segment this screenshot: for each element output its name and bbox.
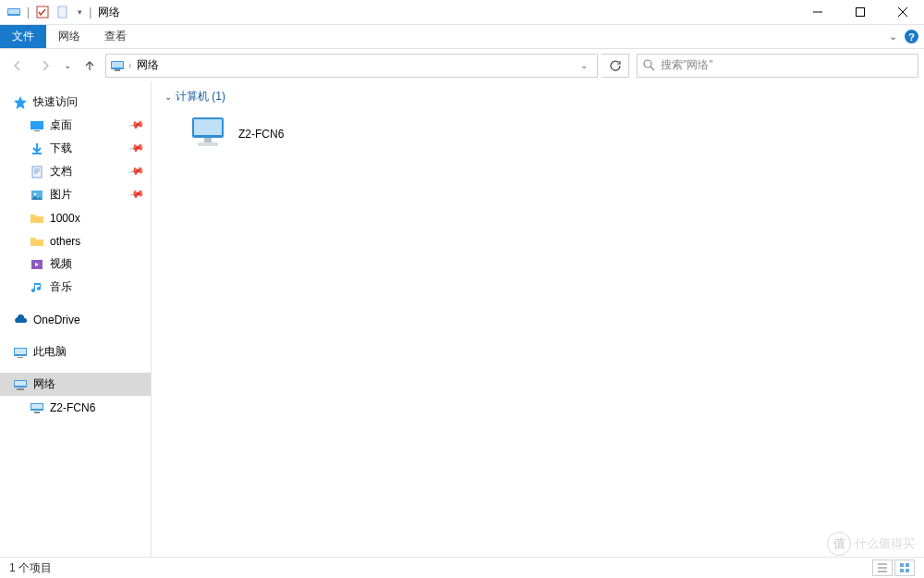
- svg-rect-16: [15, 349, 26, 354]
- svg-rect-29: [906, 563, 909, 567]
- svg-rect-27: [198, 142, 218, 146]
- breadcrumb-separator: ›: [128, 60, 131, 70]
- address-dropdown-icon[interactable]: ⌄: [575, 60, 593, 70]
- svg-rect-3: [58, 6, 67, 18]
- svg-rect-11: [32, 166, 42, 178]
- svg-rect-7: [115, 69, 120, 71]
- pin-icon: 📌: [128, 117, 146, 134]
- svg-rect-4: [857, 8, 865, 17]
- sidebar-network[interactable]: 网络: [0, 373, 151, 396]
- svg-point-13: [34, 192, 37, 195]
- search-placeholder: 搜索"网络": [661, 57, 713, 73]
- status-item-count: 1 个项目: [9, 560, 52, 576]
- sidebar-item-folder-1000x[interactable]: 1000x: [0, 206, 151, 229]
- nav-recent-dropdown[interactable]: ⌄: [61, 54, 74, 78]
- nav-up-button[interactable]: [78, 54, 102, 78]
- qat-properties-icon[interactable]: [32, 2, 53, 22]
- folder-icon: [30, 234, 44, 249]
- sidebar-item-label: OneDrive: [33, 314, 80, 326]
- svg-rect-1: [8, 9, 19, 14]
- view-details-button[interactable]: [872, 560, 893, 576]
- sidebar-item-label: 下载: [50, 141, 72, 156]
- svg-point-8: [644, 60, 651, 68]
- qat-separator: |: [27, 6, 30, 18]
- svg-rect-30: [900, 569, 904, 572]
- svg-rect-17: [18, 357, 23, 358]
- sidebar-item-documents[interactable]: 文档 📌: [0, 160, 151, 183]
- folder-icon: [30, 211, 44, 226]
- sidebar-item-folder-others[interactable]: others: [0, 229, 151, 252]
- close-button[interactable]: [881, 0, 924, 25]
- sidebar-item-label: 文档: [50, 164, 72, 179]
- nav-forward-button[interactable]: [33, 54, 57, 78]
- svg-rect-31: [906, 569, 909, 572]
- qat-separator-2: |: [89, 6, 91, 18]
- ribbon-expand-icon[interactable]: ⌄: [889, 31, 897, 43]
- content-pane: ⌄ 计算机 (1) Z2-FCN6: [152, 81, 924, 557]
- sidebar-item-pictures[interactable]: 图片 📌: [0, 183, 151, 206]
- network-icon: [13, 377, 28, 392]
- chevron-down-icon: ⌄: [164, 92, 172, 102]
- sidebar-this-pc[interactable]: 此电脑: [0, 340, 151, 363]
- pin-icon: 📌: [128, 186, 146, 203]
- sidebar-quick-access[interactable]: 快速访问: [0, 91, 151, 114]
- navigation-pane: 快速访问 桌面 📌 下载 📌 文档 📌 图片 📌 1000x ot: [0, 81, 152, 557]
- computer-item-label: Z2-FCN6: [238, 128, 284, 141]
- svg-rect-25: [194, 119, 222, 135]
- sidebar-item-label: Z2-FCN6: [50, 401, 95, 414]
- sidebar-item-label: 音乐: [50, 279, 72, 295]
- group-header-computers[interactable]: ⌄ 计算机 (1): [164, 89, 911, 105]
- sidebar-item-desktop[interactable]: 桌面 📌: [0, 114, 151, 137]
- sidebar-item-label: 图片: [50, 187, 72, 203]
- videos-icon: [30, 257, 44, 272]
- nav-back-button[interactable]: [6, 54, 30, 78]
- breadcrumb-network[interactable]: 网络: [135, 57, 161, 73]
- sidebar-item-label: others: [50, 235, 80, 248]
- computer-icon: [30, 400, 44, 415]
- sidebar-item-videos[interactable]: 视频: [0, 252, 151, 276]
- computer-item[interactable]: Z2-FCN6: [187, 112, 390, 156]
- sidebar-network-computer[interactable]: Z2-FCN6: [0, 396, 151, 419]
- ribbon-tab-network[interactable]: 网络: [46, 25, 92, 48]
- search-input[interactable]: 搜索"网络": [637, 54, 918, 78]
- music-icon: [30, 280, 44, 295]
- pin-icon: 📌: [128, 140, 146, 157]
- group-header-label: 计算机 (1): [176, 89, 225, 105]
- qat-dropdown-icon[interactable]: ▾: [73, 2, 86, 22]
- help-icon[interactable]: ?: [905, 30, 918, 43]
- qat-new-icon[interactable]: [53, 2, 73, 22]
- svg-rect-6: [112, 62, 123, 68]
- sidebar-item-label: 桌面: [50, 117, 72, 133]
- onedrive-icon: [13, 313, 28, 327]
- maximize-button[interactable]: [839, 0, 881, 25]
- minimize-button[interactable]: [796, 0, 839, 25]
- sidebar-item-music[interactable]: 音乐: [0, 276, 151, 299]
- pin-icon: 📌: [128, 163, 146, 180]
- sidebar-item-label: 网络: [33, 376, 55, 392]
- svg-rect-10: [34, 130, 40, 131]
- app-icon: [4, 2, 24, 22]
- ribbon-tab-file[interactable]: 文件: [0, 25, 46, 48]
- desktop-icon: [30, 118, 44, 133]
- svg-rect-19: [15, 381, 26, 386]
- window-title: 网络: [98, 5, 120, 20]
- documents-icon: [30, 165, 44, 179]
- sidebar-item-label: 此电脑: [33, 344, 67, 360]
- svg-rect-20: [17, 388, 24, 390]
- sidebar-item-label: 视频: [50, 256, 72, 272]
- sidebar-item-label: 快速访问: [33, 94, 78, 110]
- sidebar-item-label: 1000x: [50, 212, 80, 225]
- search-icon: [643, 59, 655, 71]
- svg-rect-28: [900, 563, 904, 567]
- sidebar-item-downloads[interactable]: 下载 📌: [0, 137, 151, 160]
- computer-icon: [188, 115, 229, 154]
- ribbon-tab-view[interactable]: 查看: [92, 25, 139, 48]
- svg-rect-26: [204, 138, 212, 142]
- refresh-button[interactable]: [602, 54, 629, 78]
- sidebar-onedrive[interactable]: OneDrive: [0, 308, 151, 331]
- view-large-icons-button[interactable]: [894, 560, 915, 576]
- svg-rect-22: [31, 404, 43, 409]
- svg-rect-23: [34, 412, 40, 413]
- pictures-icon: [30, 188, 44, 203]
- address-bar[interactable]: › 网络 ⌄: [105, 54, 598, 78]
